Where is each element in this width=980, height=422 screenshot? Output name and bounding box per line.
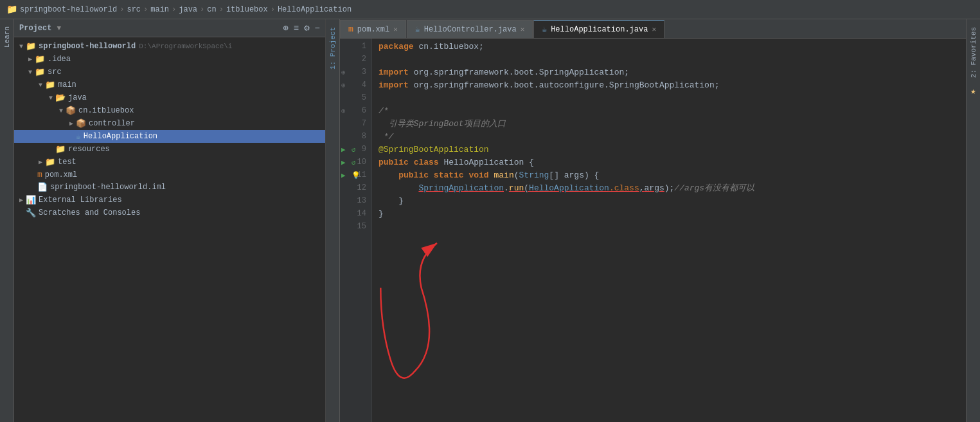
gutter-6: ⊕ 6 [340,104,371,117]
bulb-icon-11[interactable]: 💡 [352,171,361,179]
fold-icon-6[interactable]: ⊕ [341,107,346,115]
breadcrumb-classname[interactable]: HelloApplication [278,5,352,14]
breadcrumb-src[interactable]: src [127,5,141,14]
code-line-2 [372,53,966,66]
add-icon[interactable]: ⊕ [283,23,288,33]
label-java: java [68,93,87,102]
fold-icon-4[interactable]: ⊕ [341,81,346,89]
arrow-pkg: ▼ [57,107,66,115]
tree-item-controller[interactable]: ▶ 📦 controller [14,117,325,130]
breadcrumb-itbluebox[interactable]: itbluebox [226,5,268,14]
scratches-icon: 🔧 [26,208,36,218]
label-pom: pom.xml [45,170,77,179]
folder-icon-idea: 📁 [35,54,45,64]
gutter-15: 15 [340,220,371,233]
folder-icon-resources: 📁 [55,144,66,154]
breadcrumb-cn[interactable]: cn [207,5,216,14]
label-helloapplication: HelloApplication [84,132,157,141]
fold-icon-3[interactable]: ⊕ [341,68,346,77]
reload-icon-10[interactable]: ↺ [352,158,356,167]
code-line-4: import org.springframework.boot.autoconf… [372,78,966,91]
reload-icon-9[interactable]: ↺ [352,145,356,154]
tree-item-pom[interactable]: m pom.xml [14,169,325,181]
code-line-13: } [372,194,966,207]
code-line-1: package cn.itbluebox; [372,40,966,53]
favorites-star-icon[interactable]: ★ [970,86,976,96]
tab-helloapplication[interactable]: ☕ HelloApplication.java ✕ [533,20,664,38]
code-line-3: import org.springframework.boot.SpringAp… [372,66,966,78]
gutter-9: ▶ ↺ 9 [340,143,371,156]
project-tree: ▼ 📁 springboot-helloworld D:\AProgramWor… [14,37,325,422]
label-extlib: External Libraries [39,196,122,205]
label-idea: .idea [48,55,71,64]
run-icon-11[interactable]: ▶ [341,171,346,179]
arrow-idea: ▶ [26,55,35,63]
arrow-main: ▼ [36,82,45,89]
gutter-13: 13 [340,194,371,207]
pom-tab-close[interactable]: ✕ [393,25,398,33]
breadcrumb-java[interactable]: java [179,5,197,14]
tree-item-idea[interactable]: ▶ 📁 .idea [14,53,325,66]
tree-item-extlib[interactable]: ▶ 📊 External Libraries [14,194,325,206]
code-line-15 [372,220,966,233]
tree-item-pkg[interactable]: ▼ 📦 cn.itbluebox [14,104,325,117]
gutter-8: 8 [340,130,371,143]
label-src: src [48,68,62,77]
folder-icon-root: 📁 [26,41,36,51]
tree-item-root[interactable]: ▼ 📁 springboot-helloworld D:\AProgramWor… [14,40,325,53]
favorites-label[interactable]: 2: Favorites [968,22,979,83]
collapse-icon[interactable]: ≡ [294,23,299,33]
helloapplication-tab-close[interactable]: ✕ [652,25,656,33]
arrow-extlib: ▶ [17,196,26,204]
tree-item-scratches[interactable]: 🔧 Scratches and Consoles [14,206,325,219]
folder-icon-main: 📁 [45,80,55,90]
project-tab-label[interactable]: 1: Project [328,22,338,75]
label-controller: controller [89,119,135,128]
path-root: D:\AProgramWorkSpace\i [139,42,232,50]
learn-label[interactable]: Learn [2,23,12,51]
iml-icon: 📄 [37,182,48,192]
tree-item-src[interactable]: ▼ 📁 src [14,66,325,78]
code-line-9: @SpringBootApplication [372,143,966,156]
tab-pom[interactable]: m pom.xml ✕ [340,20,406,38]
tree-item-java[interactable]: ▼ 📂 java [14,91,325,104]
project-panel-title[interactable]: Project [19,24,51,33]
pom-tab-label: pom.xml [357,25,389,34]
arrow-root: ▼ [17,43,26,50]
controller-tab-icon: ☕ [415,24,420,35]
pom-tab-icon: m [348,24,353,34]
folder-icon-java: 📂 [55,93,66,103]
tab-controller[interactable]: ☕ HelloController.java ✕ [407,20,533,38]
run-icon-10[interactable]: ▶ [341,158,346,167]
tree-item-helloapplication[interactable]: ☕ HelloApplication [14,130,325,143]
code-line-12: SpringApplication.run(HelloApplication.c… [372,181,966,194]
panel-header: Project ▼ ⊕ ≡ ⚙ − [14,19,325,37]
controller-tab-close[interactable]: ✕ [521,25,525,33]
tree-item-iml[interactable]: 📄 springboot-helloworld.iml [14,181,325,194]
code-content[interactable]: package cn.itbluebox; import org.springf… [372,39,966,422]
tree-item-main[interactable]: ▼ 📁 main [14,78,325,91]
title-bar: 📁 springboot-helloworld › src › main › j… [0,0,980,19]
folder-icon-src: 📁 [35,67,45,77]
code-line-5 [372,91,966,104]
minimize-icon[interactable]: − [315,23,320,33]
folder-icon-pkg: 📦 [66,106,76,116]
main-area: Learn Project ▼ ⊕ ≡ ⚙ − ▼ 📁 [0,19,980,422]
code-line-8: */ [372,130,966,143]
settings-icon[interactable]: ⚙ [304,23,309,33]
line-number-gutter: 1 2 ⊕ 3 ⊕ 4 5 ⊕ 6 [340,39,372,422]
arrow-src: ▼ [26,69,35,76]
breadcrumb-project[interactable]: springboot-helloworld [20,5,117,14]
breadcrumb-main[interactable]: main [150,5,169,14]
dropdown-icon[interactable]: ▼ [57,24,61,32]
gutter-10: ▶ ↺ 10 [340,156,371,169]
folder-icon-test: 📁 [45,157,55,167]
run-icon-9[interactable]: ▶ [341,145,346,154]
code-editor[interactable]: 1 2 ⊕ 3 ⊕ 4 5 ⊕ 6 [340,39,966,422]
gutter-5: 5 [340,91,371,104]
code-line-11: public static void main(String[] args) { [372,169,966,181]
tree-item-test[interactable]: ▶ 📁 test [14,156,325,169]
label-root: springboot-helloworld [39,42,136,51]
tree-item-resources[interactable]: 📁 resources [14,143,325,156]
left-tab-bar: 1: Project [326,19,340,422]
